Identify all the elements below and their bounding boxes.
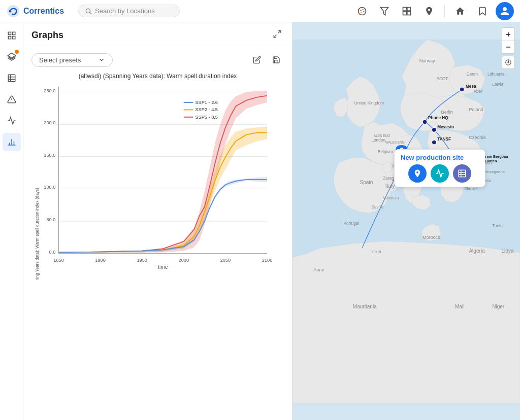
edit-chart-button[interactable] (249, 52, 265, 67)
svg-point-63 (432, 140, 436, 145)
map-canvas: .ocean { fill: #c8dff0; } .land { fill: … (292, 22, 520, 420)
svg-text:200.0: 200.0 (44, 120, 55, 125)
map-area[interactable]: .ocean { fill: #c8dff0; } .land { fill: … (292, 22, 520, 420)
svg-text:50.0: 50.0 (46, 217, 55, 222)
map-reset-button[interactable] (502, 56, 515, 69)
search-icon (85, 8, 92, 15)
svg-text:SSP1 - 2.6: SSP1 - 2.6 (195, 100, 218, 105)
search-bar[interactable]: Search by Locations (78, 5, 180, 17)
svg-text:United Kingdom: United Kingdom (354, 101, 384, 106)
sidebar-item-chart[interactable] (3, 133, 21, 151)
svg-point-8 (361, 12, 362, 13)
graph-panel-body: Select presets (altwsdi) (Spanning Years… (23, 46, 292, 420)
user-avatar-button[interactable] (496, 2, 514, 20)
expand-button[interactable] (271, 27, 284, 43)
nav-icons (353, 2, 514, 20)
tooltip-table-button[interactable] (453, 164, 471, 183)
chart-svg: (altwsdi) (Spanning Years data): Warm sp… (31, 82, 284, 279)
svg-text:Mesa: Mesa (466, 84, 476, 89)
svg-point-6 (362, 9, 364, 10)
svg-text:Lithuania: Lithuania (488, 72, 505, 77)
svg-text:TANSF: TANSF (437, 137, 451, 142)
svg-text:Czechia: Czechia (469, 135, 486, 140)
pin-icon (413, 169, 422, 178)
sidebar-item-grid[interactable] (3, 26, 21, 45)
bookmark-button[interactable] (473, 2, 492, 20)
left-sidebar (0, 22, 23, 420)
location-pin-icon (424, 6, 434, 16)
svg-text:London: London (371, 138, 385, 143)
layout-button[interactable] (398, 2, 416, 20)
user-icon (500, 6, 510, 16)
svg-text:Libya: Libya (501, 248, 513, 254)
svg-text:100.0: 100.0 (44, 185, 55, 190)
svg-text:Niger: Niger (492, 304, 505, 309)
svg-point-2 (86, 9, 90, 13)
bookmark-icon (477, 6, 488, 16)
layers-notification-dot (15, 50, 19, 54)
filter-button[interactable] (375, 2, 394, 20)
home-button[interactable] (451, 2, 469, 20)
save-chart-button[interactable] (269, 52, 284, 67)
chart-svg-wrapper: (altwsdi) (Spanning Years data): Warm sp… (31, 82, 284, 279)
svg-point-60 (460, 87, 464, 92)
preset-select[interactable]: Select presets (31, 53, 113, 67)
svg-marker-116 (508, 61, 509, 63)
layers-icon (7, 52, 16, 61)
nav-divider (444, 5, 445, 17)
chart-container: (altwsdi) (Spanning Years data): Warm sp… (31, 73, 284, 286)
graph-panel-title: Graphs (31, 30, 63, 41)
top-nav: Correntics Search by Locations (0, 0, 520, 22)
sidebar-item-alert[interactable] (3, 90, 21, 109)
tooltip-pin-button[interactable] (408, 164, 427, 183)
svg-text:2050: 2050 (220, 258, 231, 263)
chevron-down-icon (98, 56, 105, 63)
palette-button[interactable] (353, 2, 371, 20)
svg-text:0.0: 0.0 (49, 250, 56, 255)
svg-text:Mali: Mali (455, 304, 464, 309)
map-tooltip: New production site (394, 149, 485, 187)
svg-text:time: time (158, 264, 168, 270)
svg-text:SSP5 - 8.5: SSP5 - 8.5 (195, 115, 218, 120)
zoom-in-button[interactable]: + (502, 27, 515, 41)
svg-point-62 (432, 127, 436, 132)
svg-rect-13 (407, 11, 411, 15)
svg-text:Phone HQ: Phone HQ (428, 116, 448, 120)
svg-text:150.0: 150.0 (44, 153, 55, 158)
sidebar-item-table[interactable] (3, 69, 21, 87)
layout-icon (402, 6, 412, 16)
location-pin-button[interactable] (420, 2, 438, 20)
svg-text:Portugal: Portugal (344, 221, 360, 226)
svg-text:250.0: 250.0 (44, 88, 55, 93)
chart-title: (altwsdi) (Spanning Years data): Warm sp… (31, 73, 284, 80)
svg-text:(altwsdi) (Spanning Years data: (altwsdi) (Spanning Years data): Warm sp… (36, 188, 40, 279)
main-area: Graphs Select presets (0, 22, 520, 420)
svg-text:Berlin: Berlin (441, 110, 453, 115)
graph-panel-header: Graphs (23, 22, 292, 46)
svg-text:1950: 1950 (137, 258, 147, 263)
svg-text:ALES ENG: ALES ENG (374, 134, 390, 137)
save-icon (272, 56, 280, 64)
svg-point-61 (422, 120, 427, 124)
svg-rect-111 (459, 170, 466, 177)
svg-text:Skopje: Skopje (464, 187, 477, 191)
trend-icon (7, 116, 16, 125)
svg-text:Seville: Seville (371, 205, 384, 209)
table-icon (7, 74, 16, 83)
graph-panel: Graphs Select presets (23, 22, 292, 420)
svg-rect-14 (8, 32, 11, 34)
search-placeholder: Search by Locations (95, 7, 155, 15)
svg-line-3 (90, 12, 91, 14)
tooltip-trend-button[interactable] (431, 164, 449, 183)
svg-rect-19 (8, 75, 15, 82)
sidebar-item-trend[interactable] (3, 112, 21, 130)
chart-bar-icon (7, 137, 16, 147)
svg-text:Poland: Poland (469, 107, 483, 112)
svg-text:Belgium: Belgium (378, 150, 393, 154)
svg-rect-17 (8, 37, 11, 39)
tooltip-title: New production site (401, 154, 479, 161)
zoom-out-button[interactable]: − (502, 41, 515, 54)
pencil-icon (253, 56, 261, 64)
svg-text:2000: 2000 (179, 258, 189, 263)
sidebar-item-layers[interactable] (3, 48, 21, 66)
